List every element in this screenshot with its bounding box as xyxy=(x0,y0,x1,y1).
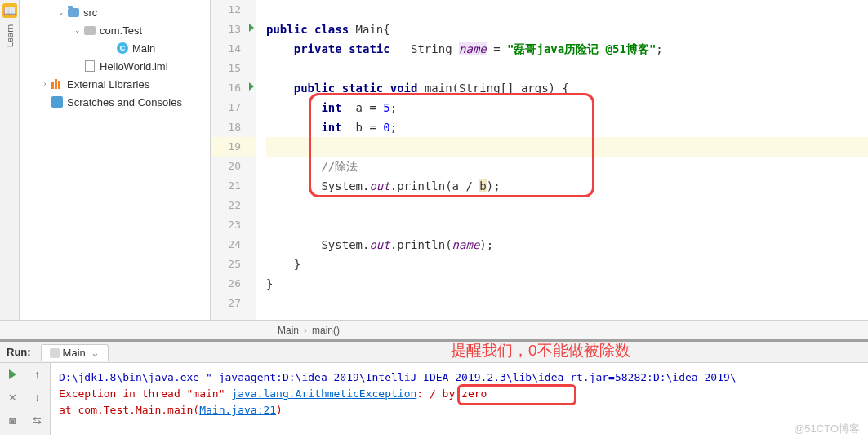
line-number: 18 xyxy=(211,117,256,137)
code-line: int a = 5; xyxy=(266,98,868,117)
code-line: private static String name = "磊哥java历险记 … xyxy=(266,39,868,59)
camera-button[interactable]: ◙ xyxy=(0,409,25,431)
tree-item-label: com.Test xyxy=(100,24,142,37)
exception-link[interactable]: java.lang.ArithmeticException xyxy=(231,387,416,400)
code-line xyxy=(266,59,868,78)
watermark: @51CTO博客 xyxy=(794,422,860,436)
line-number: 12 xyxy=(211,0,256,20)
folder-icon xyxy=(67,6,80,19)
rerun-button[interactable] xyxy=(0,363,25,386)
stacktrace-link[interactable]: Main.java:21 xyxy=(199,404,276,416)
breadcrumb-item[interactable]: main() xyxy=(312,325,340,336)
editor-gutter: 12 13 14 15 16 17 18 19 20 21 22 23 24 2… xyxy=(211,0,256,320)
run-title: Run: xyxy=(7,346,31,358)
code-editor[interactable]: 12 13 14 15 16 17 18 19 20 21 22 23 24 2… xyxy=(211,0,868,320)
line-number: 22 xyxy=(211,196,256,215)
tree-iml-file[interactable]: HelloWorld.iml xyxy=(20,57,210,75)
run-tool-window: Run: Main ⌄ 提醒我们，0不能做被除数 ↑ ✕ ↓ ◙ ⇆ D:\jd… xyxy=(0,339,868,435)
line-number: 23 xyxy=(211,215,256,235)
chevron-right-icon: › xyxy=(39,80,51,88)
chevron-down-icon: ⌄ xyxy=(56,8,67,16)
console-line: Exception in thread "main" java.lang.Ari… xyxy=(59,386,860,402)
code-line xyxy=(266,215,868,235)
console-line: at com.Test.Main.main(Main.java:21) xyxy=(59,402,860,418)
line-number: 14 xyxy=(211,39,256,59)
run-toolbar: ↑ ✕ ↓ ◙ ⇆ xyxy=(0,363,51,435)
code-line: public static void main(String[] args) { xyxy=(266,78,868,98)
line-number: 26 xyxy=(211,274,256,294)
file-icon xyxy=(83,60,96,73)
left-tool-bar: 📖 Learn xyxy=(0,0,20,320)
tree-item-label: Scratches and Consoles xyxy=(67,96,182,108)
line-number: 15 xyxy=(211,59,256,78)
tree-item-label: src xyxy=(83,7,97,19)
line-number: 21 xyxy=(211,176,256,196)
code-area[interactable]: public class Main{ private static String… xyxy=(256,0,868,320)
console-output[interactable]: D:\jdk1.8\bin\java.exe "-javaagent:D:\id… xyxy=(51,363,868,435)
chevron-right-icon: › xyxy=(304,325,307,336)
code-line xyxy=(266,137,868,157)
code-line xyxy=(266,0,868,20)
code-line xyxy=(266,196,868,215)
tree-main-class[interactable]: C Main xyxy=(20,39,210,57)
wrap-button[interactable]: ⇆ xyxy=(25,409,51,431)
code-line: } xyxy=(266,274,868,294)
tab-icon xyxy=(50,348,60,358)
code-line xyxy=(266,294,868,313)
tree-src[interactable]: ⌄ src xyxy=(20,3,210,21)
tree-item-label: HelloWorld.iml xyxy=(100,60,168,73)
tree-external-libs[interactable]: › External Libraries xyxy=(20,75,210,93)
code-line: System.out.println(name); xyxy=(266,235,868,254)
up-button[interactable]: ↑ xyxy=(25,363,51,386)
code-line: int b = 0; xyxy=(266,117,868,137)
console-line: D:\jdk1.8\bin\java.exe "-javaagent:D:\id… xyxy=(59,369,860,386)
breadcrumb[interactable]: Main › main() xyxy=(0,320,868,339)
line-number: 25 xyxy=(211,254,256,274)
code-line: System.out.println(a / b); xyxy=(266,176,868,196)
tree-package[interactable]: ⌄ com.Test xyxy=(20,21,210,39)
chinese-annotation: 提醒我们，0不能做被除数 xyxy=(451,340,630,361)
chevron-down-icon: ⌄ xyxy=(91,347,100,359)
run-tab[interactable]: Main ⌄ xyxy=(41,344,109,361)
stop-button[interactable]: ✕ xyxy=(0,386,25,409)
line-number: 27 xyxy=(211,294,256,313)
line-number: 20 xyxy=(211,157,256,176)
code-line: //除法 xyxy=(266,157,868,176)
line-number: 24 xyxy=(211,235,256,254)
folder-icon xyxy=(83,24,96,37)
line-number: 19 xyxy=(211,137,256,157)
left-bar-label[interactable]: Learn xyxy=(5,24,15,47)
java-class-icon: C xyxy=(116,42,129,55)
chevron-down-icon: ⌄ xyxy=(72,26,83,34)
line-number: 16 xyxy=(211,78,256,98)
code-line: } xyxy=(266,254,868,274)
learn-icon[interactable]: 📖 xyxy=(2,3,17,18)
line-number: 13 xyxy=(211,20,256,39)
run-gutter-icon[interactable] xyxy=(249,24,254,32)
run-tab-label: Main xyxy=(63,347,86,359)
tree-item-label: Main xyxy=(132,42,155,55)
breadcrumb-item[interactable]: Main xyxy=(278,325,299,336)
code-line: public class Main{ xyxy=(266,20,868,39)
run-gutter-icon[interactable] xyxy=(249,82,254,91)
scratch-icon xyxy=(51,95,64,108)
tree-scratches[interactable]: Scratches and Consoles xyxy=(20,93,210,111)
tree-item-label: External Libraries xyxy=(67,78,149,91)
run-header: Run: Main ⌄ 提醒我们，0不能做被除数 xyxy=(0,342,868,363)
project-tree: ⌄ src ⌄ com.Test C Main HelloWorld.iml ›… xyxy=(20,0,211,320)
line-number: 17 xyxy=(211,98,256,117)
library-icon xyxy=(51,77,64,91)
down-button[interactable]: ↓ xyxy=(25,386,51,409)
